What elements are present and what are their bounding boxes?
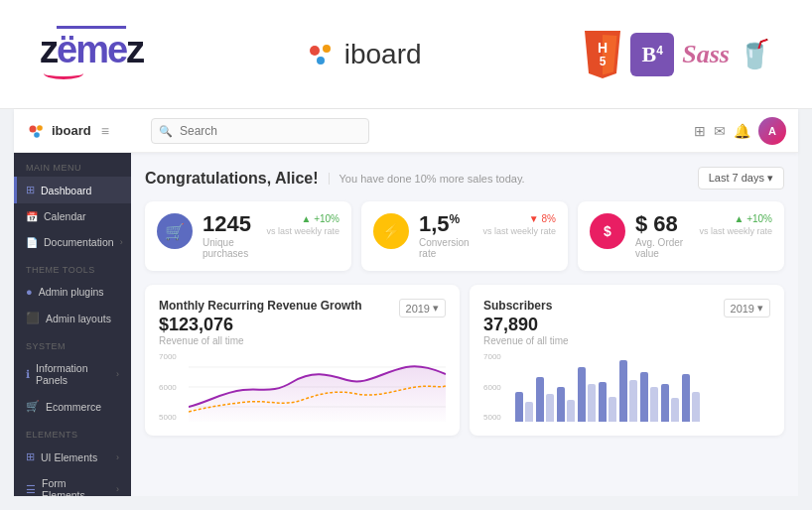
- bar-item: [619, 360, 627, 422]
- order-value-icon: $: [590, 213, 625, 249]
- iboard-header-label: iboard: [344, 39, 422, 70]
- bar-group-3: [557, 387, 575, 422]
- bell-icon[interactable]: 🔔: [734, 123, 750, 139]
- sass-icon: Sass: [682, 40, 730, 69]
- bar-item: [536, 377, 544, 422]
- y-label-5000: 5000: [159, 413, 177, 422]
- bar-item: [682, 374, 690, 422]
- conversion-icon: ⚡: [373, 213, 409, 249]
- layout-icon: ⬛: [26, 312, 40, 324]
- sidebar-label-form-elements: Form Elements: [42, 477, 110, 496]
- charts-row: Monthly Recurring Revenue Growth $123,07…: [145, 285, 784, 436]
- svg-point-0: [310, 46, 320, 56]
- avatar[interactable]: A: [758, 117, 786, 145]
- html5-icon: H 5: [583, 31, 622, 78]
- bar-item-light: [567, 400, 575, 422]
- tech-icons-group: H 5 B 4 Sass 🥤: [583, 31, 772, 78]
- ecommerce-icon: 🛒: [26, 400, 40, 413]
- grid-icon[interactable]: ⊞: [694, 123, 706, 139]
- bar-group-1: [515, 392, 533, 422]
- sidebar-item-ui-elements[interactable]: ⊞ UI Elements ›: [14, 444, 131, 470]
- bar-item: [557, 387, 565, 422]
- bar-item-light: [525, 402, 533, 422]
- sidebar-label-dashboard: Dashboard: [41, 185, 91, 196]
- chart-value-revenue: $123,076: [159, 315, 362, 335]
- sidebar-item-documentation[interactable]: 📄 Documentation ›: [14, 229, 131, 255]
- header-actions: ⊞ ✉ 🔔 A: [694, 117, 786, 145]
- sidebar-item-dashboard[interactable]: ⊞ Dashboard: [14, 177, 131, 203]
- chart-y-labels-subscribers: 7000 6000 5000: [483, 352, 501, 422]
- sidebar-label-ecommerce: Ecommerce: [46, 401, 101, 413]
- chart-sub-subscribers: Revenue of all time: [483, 335, 569, 346]
- sidebar-label-ui-elements: UI Elements: [41, 451, 97, 463]
- svg-text:H: H: [598, 40, 608, 56]
- sidebar-item-admin-plugins[interactable]: ● Admin plugins: [14, 279, 131, 305]
- mail-icon[interactable]: ✉: [714, 123, 726, 139]
- order-value-change: ▲ +10% vs last weekly rate: [699, 213, 772, 236]
- zemes-smile-decoration: [44, 67, 83, 79]
- sidebar-item-ecommerce[interactable]: 🛒 Ecommerce: [14, 393, 131, 420]
- sidebar-label-calendar: Calendar: [44, 210, 86, 222]
- purchases-change-value: ▲ +10%: [266, 213, 339, 224]
- doc-icon: 📄: [26, 237, 38, 248]
- bar-item-light: [650, 387, 658, 422]
- chevron-down-icon-revenue: ▾: [433, 302, 439, 315]
- chart-header-revenue: Monthly Recurring Revenue Growth $123,07…: [159, 299, 446, 346]
- sidebar-item-admin-layouts[interactable]: ⬛ Admin layouts: [14, 305, 131, 331]
- chevron-right-icon: ›: [120, 237, 123, 247]
- ui-icon: ⊞: [26, 450, 35, 463]
- chart-card-revenue: Monthly Recurring Revenue Growth $123,07…: [145, 285, 460, 436]
- chart-title-subscribers: Subscribers: [483, 299, 569, 313]
- purchases-icon: 🛒: [157, 213, 193, 249]
- main-content: Congratulations, Alice! You have done 10…: [131, 153, 798, 496]
- purchases-change: ▲ +10% vs last weekly rate: [266, 213, 339, 236]
- chart-area-subscribers: 7000 6000 5000: [483, 352, 770, 422]
- order-value-value: $ 68: [635, 213, 689, 235]
- search-icon: 🔍: [159, 124, 173, 137]
- bar-chart-container: [515, 352, 770, 422]
- hamburger-icon[interactable]: ≡: [101, 123, 109, 139]
- conversion-change-sub: vs last weekly rate: [482, 226, 556, 236]
- app-brand-label: iboard: [52, 123, 91, 138]
- chart-header-subscribers: Subscribers 37,890 Revenue of all time 2…: [483, 299, 770, 346]
- search-bar: 🔍: [151, 118, 369, 144]
- bar-group-2: [536, 377, 554, 422]
- bar-item: [599, 382, 607, 422]
- app-brand: iboard ≡: [26, 121, 135, 141]
- chart-info-revenue: Monthly Recurring Revenue Growth $123,07…: [159, 299, 362, 346]
- sidebar-section-system: SYSTEM: [14, 331, 131, 355]
- period-dropdown[interactable]: Last 7 days ▾: [698, 167, 784, 190]
- chevron-right-icon-ui: ›: [116, 452, 119, 462]
- chart-year-label-subscribers: 2019: [731, 303, 754, 315]
- svg-point-2: [317, 57, 325, 64]
- sidebar-label-info-panels: Information Panels: [36, 362, 110, 386]
- purchases-info: 1245 Unique purchases: [203, 213, 256, 259]
- chart-year-revenue[interactable]: 2019 ▾: [399, 299, 446, 318]
- y-label-7000: 7000: [159, 352, 177, 361]
- stat-card-order-value: $ $ 68 Avg. Order value ▲ +10% vs last w…: [578, 201, 784, 271]
- y-label-7000-sub: 7000: [483, 352, 501, 361]
- chart-year-subscribers[interactable]: 2019 ▾: [724, 299, 770, 318]
- purchases-value: 1245: [203, 213, 256, 235]
- bar-item-light: [629, 380, 637, 422]
- app-iboard-dots-icon: [26, 121, 46, 141]
- search-input[interactable]: [151, 118, 369, 144]
- conversion-label: Conversion rate: [419, 237, 473, 259]
- sidebar-item-calendar[interactable]: 📅 Calendar: [14, 203, 131, 229]
- svg-point-9: [34, 132, 40, 138]
- sidebar: MAIN MENU ⊞ Dashboard 📅 Calendar 📄 Docum…: [14, 153, 131, 496]
- bar-group-7: [640, 372, 658, 422]
- dashboard-icon: ⊞: [26, 184, 35, 196]
- svg-point-1: [323, 45, 331, 53]
- bar-item-light: [671, 398, 679, 422]
- conversion-info: 1,5% Conversion rate: [419, 213, 473, 259]
- y-label-5000-sub: 5000: [483, 413, 501, 422]
- app-header: iboard ≡ 🔍 ⊞ ✉ 🔔 A: [14, 109, 798, 153]
- sidebar-item-info-panels[interactable]: ℹ Information Panels ›: [14, 355, 131, 393]
- chart-y-labels-revenue: 7000 6000 5000: [159, 352, 177, 422]
- bar-item-light: [588, 384, 596, 422]
- sidebar-label-admin-plugins: Admin plugins: [39, 286, 104, 298]
- bar-group-8: [661, 384, 679, 422]
- gulp-icon: 🥤: [738, 38, 772, 70]
- sidebar-item-form-elements[interactable]: ☰ Form Elements ›: [14, 470, 131, 496]
